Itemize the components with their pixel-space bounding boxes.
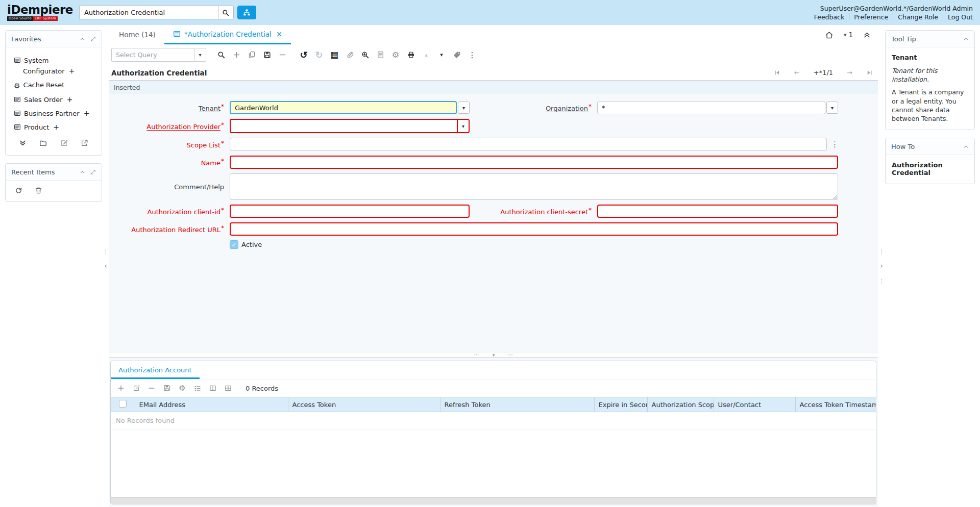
add-favorite-icon[interactable]: + [67, 95, 73, 104]
detail-quick-entry-button[interactable] [191, 382, 204, 394]
detail-delete-button[interactable] [145, 382, 158, 394]
right-splitter[interactable]: ⋮ › ⋮ [878, 25, 885, 507]
more-actions-button[interactable]: ⋮ [464, 47, 480, 63]
authorization-provider-field[interactable] [231, 120, 457, 132]
home-icon[interactable] [825, 31, 834, 39]
edit-favorites-icon[interactable] [60, 139, 68, 147]
zoom-across-button[interactable] [357, 47, 373, 63]
undo-button[interactable]: ↺ [296, 47, 311, 63]
log-out-link[interactable]: Log Out [943, 13, 973, 21]
expand-all-icon[interactable] [19, 139, 27, 147]
authorization-redirect-url-field[interactable] [230, 222, 838, 236]
organization-dropdown-button[interactable]: ▾ [826, 102, 838, 114]
open-windows-dropdown[interactable]: ▾ 1 [844, 31, 853, 39]
change-role-link[interactable]: Change Role [893, 13, 943, 21]
global-search-input[interactable] [79, 6, 218, 19]
column-refresh-token[interactable]: Refresh Token [440, 397, 594, 412]
collapse-detail-icon[interactable]: ▾ [493, 352, 495, 358]
detail-process-button[interactable]: ⚙ [176, 382, 188, 394]
authorization-client-secret-field[interactable] [597, 205, 838, 218]
report-button[interactable] [373, 47, 388, 63]
select-query-dropdown-button[interactable]: ▾ [194, 48, 206, 62]
detail-splitter[interactable]: ⋯ ▾ ⋯ [109, 352, 878, 358]
label-button[interactable] [449, 47, 464, 63]
first-record-icon[interactable] [774, 69, 780, 76]
add-favorite-icon[interactable]: + [84, 109, 90, 117]
expand-favorites-icon[interactable] [90, 36, 96, 42]
collapse-all-icon[interactable] [863, 31, 871, 39]
add-favorite-icon[interactable]: + [69, 67, 75, 75]
column-user-contact[interactable]: User/Contact [714, 397, 795, 412]
feedback-link[interactable]: Feedback [810, 13, 849, 21]
find-button[interactable] [213, 47, 229, 63]
attachment-button[interactable] [342, 47, 357, 63]
share-icon[interactable] [81, 139, 88, 147]
expand-recent-icon[interactable] [90, 169, 96, 175]
splitter-grip[interactable]: ⋮ [102, 248, 109, 255]
detail-column-toggle-button[interactable] [207, 382, 219, 394]
grid-toggle-button[interactable]: ▦ [327, 47, 342, 63]
select-all-checkbox[interactable] [119, 400, 127, 408]
horizontal-scrollbar[interactable] [111, 497, 876, 504]
favorite-item-cache-reset[interactable]: ⚙Cache Reset [10, 78, 97, 93]
search-button[interactable] [218, 6, 234, 19]
authorization-provider-dropdown-button[interactable]: ▾ [457, 120, 469, 132]
detail-record-button[interactable]: ▾ [434, 47, 449, 63]
last-record-icon[interactable] [866, 69, 873, 76]
tab-authorization-credential[interactable]: *Authorization Credential × [164, 25, 291, 44]
save-button[interactable] [259, 47, 275, 63]
splitter-grip[interactable]: ⋮ [878, 248, 885, 255]
name-field[interactable] [230, 156, 838, 169]
column-email-address[interactable]: EMail Address [135, 397, 288, 412]
tenant-dropdown-button[interactable]: ▾ [458, 102, 470, 114]
delete-record-button[interactable] [275, 47, 290, 63]
scope-list-editor-button[interactable]: ⋮ [831, 140, 838, 149]
tab-authorization-account[interactable]: Authorization Account [111, 361, 200, 379]
favorite-item-product[interactable]: Product+ [10, 120, 97, 134]
tab-home[interactable]: Home (14) [110, 25, 164, 44]
add-favorite-icon[interactable]: + [53, 123, 59, 131]
close-tab-icon[interactable]: × [276, 30, 283, 39]
trash-icon[interactable] [35, 187, 42, 194]
collapse-favorites-icon[interactable] [80, 36, 85, 42]
detail-new-button[interactable] [115, 382, 127, 394]
refresh-button[interactable]: ↻ [311, 47, 327, 63]
detail-grid-toggle-button[interactable] [222, 382, 234, 394]
active-checkbox[interactable]: ✓ [230, 240, 238, 249]
column-access-token-timestamp[interactable]: Access Token Timestamp [795, 397, 876, 412]
select-query-input[interactable] [111, 48, 194, 62]
splitter-grip[interactable]: ⋯ [474, 352, 479, 358]
process-button[interactable]: ⚙ [388, 47, 403, 63]
menu-lookup-button[interactable] [237, 6, 256, 19]
authorization-client-id-field[interactable] [230, 205, 470, 218]
next-record-icon[interactable]: → [847, 69, 852, 77]
collapse-recent-icon[interactable] [80, 169, 85, 175]
tenant-field[interactable] [230, 101, 457, 114]
comment-help-field[interactable] [230, 173, 838, 200]
left-splitter[interactable]: ⋮ ‹ [102, 25, 109, 507]
favorite-item-system-configurator[interactable]: System Configurator+ [10, 54, 97, 78]
organization-field[interactable] [597, 101, 825, 114]
favorite-item-business-partner[interactable]: Business Partner+ [10, 107, 97, 120]
scope-list-field[interactable] [230, 138, 827, 151]
favorite-item-sales-order[interactable]: Sales Order+ [10, 93, 97, 107]
splitter-grip[interactable]: ⋯ [508, 352, 513, 358]
column-expire-in-seconds[interactable]: Expire in Seconds [594, 397, 647, 412]
preference-link[interactable]: Preference [849, 13, 893, 21]
copy-record-button[interactable] [244, 47, 259, 63]
column-authorization-scopes[interactable]: Authorization Scopes [647, 397, 714, 412]
collapse-tooltip-icon[interactable] [963, 36, 969, 42]
parent-record-button[interactable]: ▴ [419, 47, 434, 63]
collapse-right-icon[interactable]: › [878, 262, 885, 270]
detail-edit-button[interactable] [130, 382, 142, 394]
collapse-howto-icon[interactable] [963, 144, 969, 149]
folder-icon[interactable] [39, 139, 47, 147]
print-button[interactable] [403, 47, 419, 63]
previous-record-icon[interactable]: ← [794, 69, 800, 77]
detail-save-button[interactable] [161, 382, 173, 394]
column-access-token[interactable]: Access Token [288, 397, 440, 412]
refresh-icon[interactable] [15, 187, 22, 194]
splitter-grip[interactable]: ⋮ [878, 278, 885, 285]
collapse-left-icon[interactable]: ‹ [102, 262, 109, 270]
new-record-button[interactable] [229, 47, 244, 63]
